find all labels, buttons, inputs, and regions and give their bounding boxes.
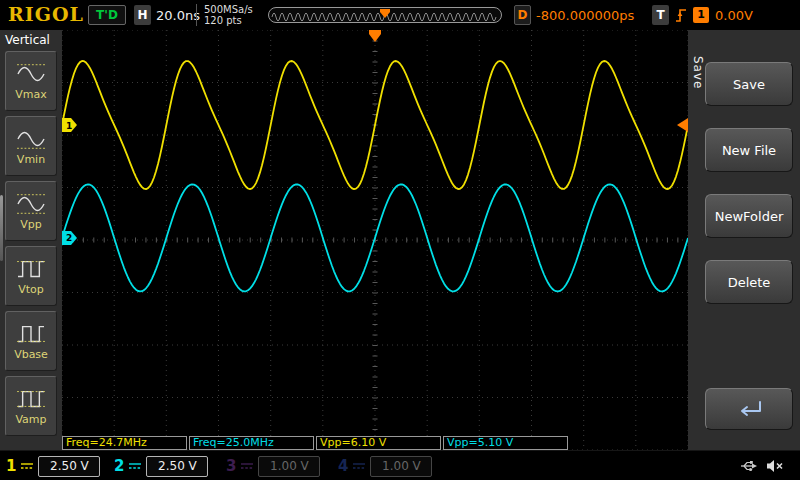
coupling-dc-icon	[240, 460, 254, 472]
left-menu-item-label: Vmax	[15, 88, 47, 101]
trigger-position-bar	[268, 7, 502, 23]
left-menu-item-label: Vtop	[18, 283, 44, 296]
measurement-readout: Vpp=5.10 V	[443, 436, 568, 450]
trigger-position-svg	[269, 9, 501, 23]
vbase-icon	[14, 321, 48, 347]
usb-icon	[740, 459, 758, 473]
left-menu-title: Vertical	[0, 30, 62, 49]
measurement-readout: Freq=24.7MHz	[62, 436, 187, 450]
menu-scroll-indicator[interactable]	[0, 195, 3, 261]
measurement-readout: Vpp=6.10 V	[316, 436, 441, 450]
left-menu-panel: Vertical VmaxVminVppVtopVbaseVamp	[0, 30, 62, 450]
trigger-status-badge: T'D	[88, 5, 126, 25]
graticule-svg: 12	[62, 30, 688, 450]
channel-number: 2	[114, 457, 124, 475]
left-menu-item-label: Vamp	[15, 413, 46, 426]
left-menu-item-label: Vmin	[17, 153, 45, 166]
delay-group: D -800.000000ps	[514, 5, 634, 25]
trigger-position-marker	[369, 30, 381, 34]
channel-scale: 1.00 V	[258, 456, 320, 477]
channel-scale: 2.50 V	[146, 456, 208, 477]
left-menu-item-vmin[interactable]: Vmin	[5, 116, 57, 176]
left-menu-item-vpp[interactable]: Vpp	[5, 181, 57, 241]
channel-scale: 2.50 V	[38, 456, 100, 477]
channel-number: 1	[6, 457, 16, 475]
trigger-label: T	[652, 5, 669, 25]
save-button[interactable]: Save	[705, 62, 793, 106]
channel-number: 3	[226, 457, 236, 475]
left-menu-items: VmaxVminVppVtopVbaseVamp	[0, 49, 62, 436]
trigger-source-badge: 1	[693, 7, 709, 23]
channel-status-bar: 12.50 V22.50 V31.00 V41.00 V	[0, 450, 800, 480]
channel-3-status[interactable]: 31.00 V	[226, 454, 320, 478]
vtop-icon	[14, 256, 48, 282]
channel-4-status[interactable]: 41.00 V	[338, 454, 432, 478]
coupling-dc-icon	[20, 460, 34, 472]
return-button[interactable]	[705, 388, 793, 430]
right-menu-panel: Save SaveNew FileNewFolderDelete	[688, 30, 800, 450]
trigger-slope-icon	[675, 6, 687, 24]
channel-scale: 1.00 V	[370, 456, 432, 477]
coupling-dc-icon	[128, 460, 142, 472]
measurement-row: Freq=24.7MHzFreq=25.0MHzVpp=6.10 VVpp=5.…	[62, 436, 568, 450]
coupling-dc-icon	[352, 460, 366, 472]
delay-label: D	[514, 5, 531, 25]
horizontal-group: H 20.0ns	[134, 5, 200, 25]
new-folder-button[interactable]: NewFolder	[705, 194, 793, 238]
measurement-readout: Freq=25.0MHz	[189, 436, 314, 450]
top-bar: RIGOL T'D H 20.0ns 500MSa/s 120 pts D -8…	[0, 0, 800, 30]
trigger-level-marker	[677, 118, 688, 132]
acquisition-info: 500MSa/s 120 pts	[196, 4, 253, 26]
left-menu-item-vbase[interactable]: Vbase	[5, 311, 57, 371]
trigger-level-readout: 0.00V	[715, 8, 753, 23]
svg-text:1: 1	[66, 121, 72, 131]
menu-tab-save: Save	[691, 56, 705, 89]
memory-depth-readout: 120 pts	[204, 15, 253, 26]
sample-rate-readout: 500MSa/s	[204, 4, 253, 15]
new-file-button[interactable]: New File	[705, 128, 793, 172]
vpp-icon	[14, 191, 48, 217]
delete-button[interactable]: Delete	[705, 260, 793, 304]
left-menu-item-vtop[interactable]: Vtop	[5, 246, 57, 306]
left-menu-item-vamp[interactable]: Vamp	[5, 376, 57, 436]
horizontal-label: H	[134, 5, 151, 25]
channel-number: 4	[338, 457, 348, 475]
vmin-icon	[14, 126, 48, 152]
rigol-logo: RIGOL	[8, 3, 84, 25]
return-arrow-icon	[731, 398, 767, 420]
trigger-group: T 1 0.00V	[652, 5, 753, 25]
left-menu-item-vmax[interactable]: Vmax	[5, 51, 57, 111]
timebase-readout: 20.0ns	[156, 8, 200, 23]
left-menu-item-label: Vbase	[14, 348, 48, 361]
left-menu-item-label: Vpp	[20, 218, 42, 231]
delay-readout: -800.000000ps	[536, 8, 634, 23]
vmax-icon	[14, 61, 48, 87]
svg-text:2: 2	[66, 233, 72, 243]
channel-1-status[interactable]: 12.50 V	[6, 454, 100, 478]
vamp-icon	[14, 386, 48, 412]
channel-2-status[interactable]: 22.50 V	[114, 454, 208, 478]
waveform-display: 12 Freq=24.7MHzFreq=25.0MHzVpp=6.10 VVpp…	[62, 30, 688, 450]
speaker-mute-icon[interactable]	[766, 459, 784, 473]
